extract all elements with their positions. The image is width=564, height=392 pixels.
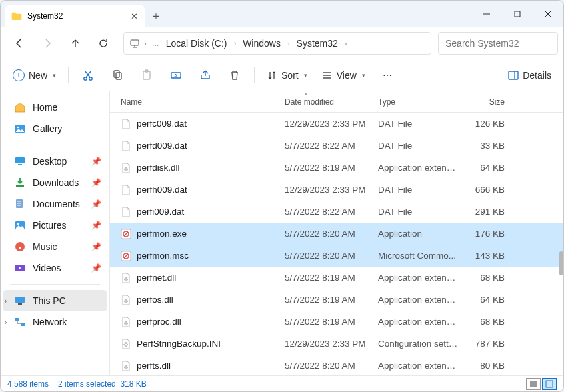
download-icon — [14, 177, 26, 189]
svg-point-32 — [15, 242, 25, 251]
svg-point-49 — [125, 301, 127, 302]
view-icon — [322, 70, 333, 81]
new-tab-button[interactable]: ＋ — [145, 5, 167, 27]
file-name: perfnet.dll — [121, 273, 285, 283]
refresh-button[interactable] — [90, 31, 117, 55]
file-type: Application extens... — [378, 295, 458, 305]
sidebar-item-home[interactable]: Home — [3, 97, 107, 118]
sidebar-item-videos[interactable]: Videos 📌 — [3, 257, 107, 279]
delete-button[interactable] — [222, 64, 247, 87]
rename-button[interactable]: A — [163, 64, 189, 87]
file-row[interactable]: perfproc.dll5/7/2022 8:19 AMApplication … — [110, 311, 563, 333]
view-details-toggle[interactable] — [542, 378, 557, 390]
sidebar-label: Documents — [33, 199, 80, 209]
file-name: perfmon.exe — [121, 229, 285, 239]
svg-rect-35 — [18, 303, 22, 305]
file-size: 64 KB — [458, 295, 511, 305]
chevron-right-icon[interactable]: › — [286, 39, 291, 47]
view-list-toggle[interactable] — [526, 378, 541, 390]
svg-rect-4 — [131, 40, 139, 45]
close-button[interactable] — [533, 1, 563, 27]
share-button[interactable] — [193, 64, 218, 87]
pictures-icon — [14, 219, 26, 231]
file-row[interactable]: perfos.dll5/7/2022 8:19 AMApplication ex… — [110, 289, 563, 311]
file-name: perfmon.msc — [121, 251, 285, 261]
chevron-down-icon: ▾ — [53, 72, 56, 79]
paste-button[interactable] — [134, 64, 159, 87]
file-rows: perfc009.dat12/29/2023 2:33 PMDAT File12… — [110, 113, 563, 375]
breadcrumb-overflow[interactable]: … — [151, 39, 161, 47]
svg-point-39 — [125, 169, 127, 170]
file-type: Application extens... — [378, 361, 458, 371]
pin-icon: 📌 — [91, 263, 101, 273]
sidebar-item-gallery[interactable]: Gallery — [3, 118, 107, 139]
sidebar-item-this-pc[interactable]: › This PC — [3, 290, 107, 311]
minimize-button[interactable] — [471, 1, 502, 27]
sort-icon — [267, 70, 277, 81]
column-type[interactable]: Type — [378, 97, 458, 107]
network-icon — [14, 316, 26, 328]
details-pane-button[interactable]: Details — [503, 64, 557, 87]
sort-button[interactable]: Sort ▾ — [261, 64, 313, 87]
chevron-right-icon[interactable]: › — [5, 319, 7, 326]
sidebar-item-music[interactable]: Music 📌 — [3, 236, 107, 257]
svg-rect-13 — [143, 71, 150, 79]
file-row[interactable]: perfdisk.dll5/7/2022 8:19 AMApplication … — [110, 157, 563, 179]
view-button[interactable]: View ▾ — [317, 64, 371, 87]
svg-rect-25 — [18, 164, 22, 165]
file-name: perfts.dll — [121, 361, 285, 371]
file-size: 68 KB — [458, 273, 511, 283]
sidebar-item-documents[interactable]: Documents 📌 — [3, 193, 107, 215]
tab-close-button[interactable]: ✕ — [131, 11, 138, 21]
up-button[interactable] — [62, 31, 89, 55]
breadcrumb-seg-1[interactable]: Windows — [240, 38, 283, 49]
breadcrumb-seg-0[interactable]: Local Disk (C:) — [163, 38, 230, 49]
file-row[interactable]: perfh009.dat12/29/2023 2:33 PMDAT File66… — [110, 179, 563, 201]
chevron-right-icon[interactable]: › — [5, 297, 7, 305]
sidebar-item-downloads[interactable]: Downloads 📌 — [3, 172, 107, 193]
file-size: 666 KB — [458, 185, 511, 195]
search-box[interactable] — [438, 32, 558, 55]
file-type: DAT File — [378, 119, 458, 129]
sidebar-label: Desktop — [33, 156, 67, 167]
search-input[interactable] — [445, 38, 551, 49]
sidebar-item-pictures[interactable]: Pictures 📌 — [3, 215, 107, 236]
file-row[interactable]: perfi009.dat5/7/2022 8:22 AMDAT File291 … — [110, 201, 563, 223]
new-button[interactable]: + New ▾ — [7, 64, 61, 87]
file-name: perfdisk.dll — [121, 163, 285, 173]
breadcrumb-seg-2[interactable]: System32 — [294, 38, 341, 49]
file-row[interactable]: PerfStringBackup.INI12/29/2023 2:33 PMCo… — [110, 333, 563, 355]
file-name: perfi009.dat — [121, 207, 285, 217]
chevron-right-icon[interactable]: › — [143, 39, 148, 47]
music-icon — [14, 241, 26, 253]
svg-text:A: A — [174, 73, 178, 79]
file-row[interactable]: perfmon.exe5/7/2022 8:20 AMApplication17… — [110, 223, 563, 245]
more-button[interactable]: ⋯ — [375, 64, 400, 87]
svg-point-8 — [89, 77, 92, 79]
file-row[interactable]: perfmon.msc5/7/2022 8:20 AMMicrosoft Com… — [110, 245, 563, 267]
column-date[interactable]: Date modified — [285, 97, 378, 107]
sidebar-item-desktop[interactable]: Desktop 📌 — [3, 151, 107, 172]
explorer-window: System32 ✕ ＋ › … Local Disk (C:) › Windo… — [0, 0, 564, 392]
file-row[interactable]: perfts.dll5/7/2022 8:20 AMApplication ex… — [110, 355, 563, 375]
copy-button[interactable] — [105, 64, 130, 87]
file-row[interactable]: perfd009.dat5/7/2022 8:22 AMDAT File33 K… — [110, 135, 563, 157]
file-date: 12/29/2023 2:33 PM — [285, 185, 378, 195]
chevron-right-icon[interactable]: › — [232, 39, 237, 47]
address-bar[interactable]: › … Local Disk (C:) › Windows › System32… — [123, 32, 431, 55]
command-bar: + New ▾ A Sort ▾ View ▾ ⋯ Details — [1, 59, 563, 91]
window-tab[interactable]: System32 ✕ — [5, 5, 145, 27]
forward-button[interactable] — [34, 31, 61, 55]
column-name[interactable]: Name — [121, 97, 285, 107]
column-size[interactable]: Size — [458, 97, 511, 107]
scrollbar-thumb[interactable] — [559, 251, 563, 275]
chevron-right-icon[interactable]: › — [343, 39, 349, 47]
back-button[interactable] — [6, 31, 33, 55]
sidebar-item-network[interactable]: › Network — [3, 311, 107, 333]
file-row[interactable]: perfnet.dll5/7/2022 8:19 AMApplication e… — [110, 267, 563, 289]
cut-button[interactable] — [75, 64, 101, 87]
maximize-button[interactable] — [502, 1, 533, 27]
file-date: 5/7/2022 8:19 AM — [285, 163, 378, 173]
file-type: Microsoft Commo... — [378, 251, 458, 261]
file-row[interactable]: perfc009.dat12/29/2023 2:33 PMDAT File12… — [110, 113, 563, 135]
